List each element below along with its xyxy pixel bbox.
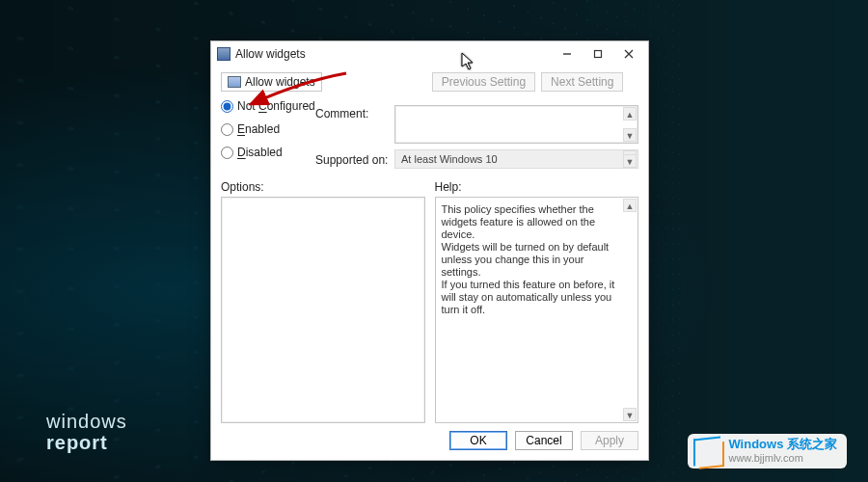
maximize-button[interactable] — [583, 43, 613, 65]
supported-on-label: Supported on: — [315, 151, 389, 167]
help-panel: This policy specifies whether the widget… — [435, 197, 639, 423]
wm-right-url: www.bjjmlv.com — [728, 451, 837, 465]
scroll-down-icon[interactable]: ▼ — [623, 408, 637, 421]
radio-enabled-input[interactable] — [221, 123, 233, 136]
radio-not-configured-label: Not Configured — [237, 99, 315, 113]
svg-rect-1 — [595, 51, 602, 58]
state-radio-group: Not Configured Enabled Disabled — [221, 97, 310, 159]
radio-not-configured-input[interactable] — [221, 100, 233, 113]
dialog-icon — [217, 47, 231, 61]
ok-button[interactable]: OK — [449, 431, 507, 450]
close-button[interactable] — [613, 43, 644, 65]
gpedit-policy-dialog: Allow widgets Allow widgets Previous Set… — [210, 40, 649, 461]
apply-button: Apply — [581, 431, 638, 450]
titlebar[interactable]: Allow widgets — [211, 41, 648, 67]
radio-disabled-input[interactable] — [221, 147, 233, 159]
options-panel — [221, 197, 425, 423]
radio-enabled[interactable]: Enabled — [221, 122, 310, 136]
scroll-up-icon[interactable]: ▲ — [623, 107, 637, 120]
policy-icon — [228, 76, 241, 88]
previous-setting-button: Previous Setting — [432, 72, 535, 92]
scroll-down-icon[interactable]: ▼ — [623, 128, 637, 142]
wm-left-line1: windows — [46, 411, 127, 432]
scroll-down-icon[interactable]: ▼ — [623, 154, 637, 168]
radio-disabled-label: Disabled — [237, 146, 283, 159]
radio-not-configured[interactable]: Not Configured — [221, 99, 310, 113]
comment-label: Comment: — [315, 105, 389, 120]
options-label: Options: — [221, 180, 425, 194]
cancel-button[interactable]: Cancel — [515, 431, 573, 450]
window-title: Allow widgets — [235, 47, 552, 61]
supported-on-field: At least Windows 10 ▲ ▼ — [394, 149, 638, 169]
house-icon — [693, 437, 720, 467]
watermark-site-badge: Windows 系统之家 www.bjjmlv.com — [688, 434, 847, 469]
breadcrumb: Allow widgets — [221, 72, 322, 92]
comment-field[interactable]: ▲ ▼ — [394, 105, 638, 144]
watermark-windows-report: windows report — [46, 411, 127, 453]
help-label: Help: — [435, 180, 639, 194]
scroll-up-icon[interactable]: ▲ — [623, 199, 637, 212]
radio-enabled-label: Enabled — [237, 122, 280, 136]
help-text: This policy specifies whether the widget… — [436, 198, 638, 322]
wm-left-line2: report — [46, 432, 127, 453]
dialog-footer: OK Cancel Apply — [221, 423, 638, 450]
radio-disabled[interactable]: Disabled — [221, 146, 310, 159]
supported-on-text: At least Windows 10 — [401, 153, 498, 165]
minimize-button[interactable] — [552, 43, 583, 65]
next-setting-button: Next Setting — [541, 72, 623, 92]
wm-right-title: Windows 系统之家 — [728, 438, 837, 451]
breadcrumb-text: Allow widgets — [245, 75, 315, 89]
